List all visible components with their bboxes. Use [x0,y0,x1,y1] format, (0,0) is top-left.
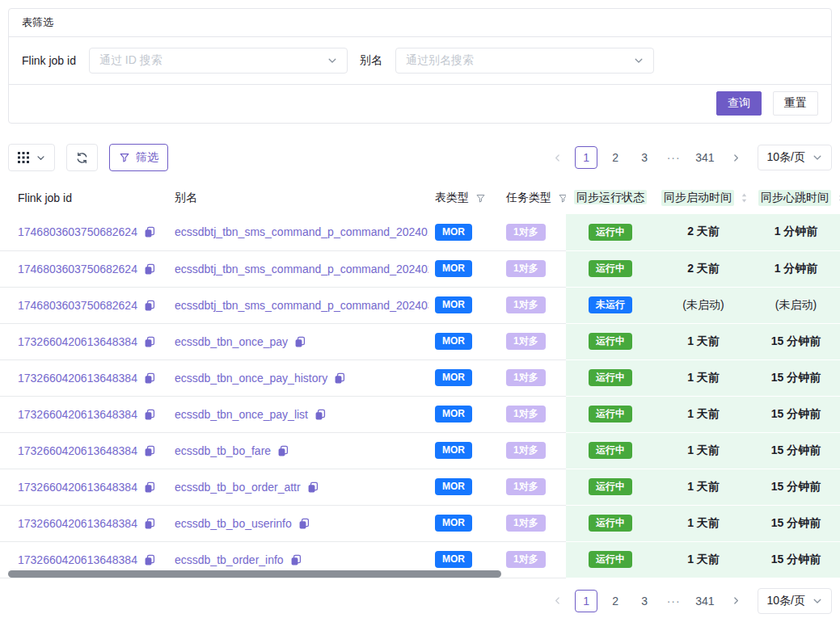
status-badge: 运行中 [589,260,632,277]
heartbeat-time: 1 分钟前 [775,225,818,238]
column-settings-button[interactable] [8,144,55,171]
pagination-prev[interactable] [546,146,568,169]
funnel-filter-icon[interactable] [558,193,566,204]
heartbeat-time: 15 分钟前 [771,444,821,456]
horizontal-scrollbar-thumb[interactable] [8,570,501,578]
alias-link[interactable]: ecssdb_tbn_once_pay [175,335,288,348]
table-type-badge: MOR [435,406,472,423]
copy-icon[interactable] [334,372,345,384]
heartbeat-time: 15 分钟前 [771,407,821,420]
copy-icon[interactable] [144,481,155,493]
alias-link[interactable]: ecssdbtj_tbn_sms_command_p_command_20240… [175,225,428,238]
page-size-select[interactable]: 10条/页 [758,145,832,170]
alias-link[interactable]: ecssdbtj_tbn_sms_command_p_command_20240… [175,299,428,312]
flink-job-id-link[interactable]: 1746803603750682624 [18,225,137,238]
alias-link[interactable]: ecssdb_tb_bo_fare [175,444,271,457]
table-row: 1732660420613648384 ecssdb_tb_bo_order_a… [0,469,840,505]
pagination: 123···341 [542,590,750,612]
refresh-button[interactable] [66,144,98,171]
copy-icon[interactable] [307,481,319,493]
task-type-badge: 1对多 [506,333,546,350]
flink-job-id-link[interactable]: 1746803603750682624 [18,299,137,312]
page-size-label: 10条/页 [767,150,805,165]
pagination-page-3[interactable]: 3 [633,146,656,169]
pagination-page-2[interactable]: 2 [604,590,627,612]
task-type-badge: 1对多 [506,296,546,313]
alias-link[interactable]: ecssdb_tb_bo_order_attr [175,481,301,494]
alias-link[interactable]: ecssdbtj_tbn_sms_command_p_command_20240… [175,263,428,275]
flink-job-id-link[interactable]: 1732660420613648384 [18,372,137,385]
copy-icon[interactable] [144,300,155,311]
flink-job-id-link[interactable]: 1732660420613648384 [18,444,137,457]
filter-icon [119,152,130,163]
alias-link[interactable]: ecssdb_tb_order_info [175,553,284,566]
table-type-badge: MOR [435,260,472,277]
table-type-badge: MOR [435,442,472,459]
query-button[interactable]: 查询 [716,91,762,116]
start-time: 1 天前 [687,407,720,420]
copy-icon[interactable] [144,226,155,238]
pagination-page-2[interactable]: 2 [604,146,627,169]
copy-icon[interactable] [144,263,155,275]
heartbeat-time: 15 分钟前 [771,371,821,384]
pagination-ellipsis[interactable]: ··· [662,146,685,169]
alias-link[interactable]: ecssdb_tbn_once_pay_history [175,372,327,385]
flink-job-id-link[interactable]: 1746803603750682624 [18,263,137,275]
pagination-next[interactable] [725,146,748,169]
status-badge: 运行中 [589,478,632,495]
table-body: 1746803603750682624 ecssdbtj_tbn_sms_com… [0,214,840,578]
flink-job-id-link[interactable]: 1732660420613648384 [18,481,137,494]
pagination-page-341[interactable]: 341 [691,590,718,612]
start-time: 1 天前 [687,371,720,384]
start-time: 2 天前 [687,225,720,238]
copy-icon[interactable] [144,372,155,384]
pagination-ellipsis[interactable]: ··· [662,590,685,612]
heartbeat-time: (未启动) [775,298,817,311]
filter-button[interactable]: 筛选 [109,144,168,171]
copy-icon[interactable] [144,336,155,347]
sorter-icon[interactable] [741,192,748,204]
flink-job-id-link[interactable]: 1732660420613648384 [18,335,137,348]
pagination-prev[interactable] [546,590,568,612]
page-size-select[interactable]: 10条/页 [758,588,832,614]
status-badge: 运行中 [589,333,632,350]
heartbeat-time: 15 分钟前 [771,553,821,565]
copy-icon[interactable] [298,518,310,529]
funnel-filter-icon[interactable] [475,193,486,204]
status-badge: 运行中 [589,406,632,423]
table-type-badge: MOR [435,515,472,532]
copy-icon[interactable] [290,554,302,565]
flink-job-id-select[interactable]: 通过 ID 搜索 [89,48,348,74]
refresh-icon [76,152,88,164]
copy-icon[interactable] [144,518,155,529]
alias-link[interactable]: ecssdb_tbn_once_pay_list [175,408,308,421]
pagination-page-341[interactable]: 341 [691,146,718,169]
heartbeat-time: 15 分钟前 [771,516,821,529]
start-time: 2 天前 [687,262,720,275]
copy-icon[interactable] [144,554,155,565]
copy-icon[interactable] [294,336,306,347]
flink-job-id-link[interactable]: 1732660420613648384 [18,408,137,421]
pagination-page-3[interactable]: 3 [633,590,656,612]
task-type-badge: 1对多 [506,260,546,277]
copy-icon[interactable] [314,409,326,420]
pagination-next[interactable] [725,590,748,612]
pagination-page-1[interactable]: 1 [575,590,597,612]
chevron-down-icon [813,596,822,606]
copy-icon[interactable] [144,445,155,456]
reset-button[interactable]: 重置 [773,91,818,116]
chevron-down-icon [813,153,822,162]
task-type-badge: 1对多 [506,369,546,386]
flink-job-id-link[interactable]: 1732660420613648384 [18,553,137,566]
start-time: (未启动) [682,298,724,311]
flink-job-id-link[interactable]: 1732660420613648384 [18,517,137,530]
copy-icon[interactable] [144,409,155,420]
toolbar-row: 筛选 123···341 10条/页 [8,144,832,171]
alias-link[interactable]: ecssdb_tb_bo_userinfo [175,517,292,530]
alias-label: 别名 [360,53,382,68]
copy-icon[interactable] [277,445,289,456]
pagination-page-1[interactable]: 1 [575,146,597,169]
alias-select[interactable]: 通过别名搜索 [395,48,654,74]
col-alias: 别名 [168,182,428,214]
table-type-badge: MOR [435,369,472,386]
